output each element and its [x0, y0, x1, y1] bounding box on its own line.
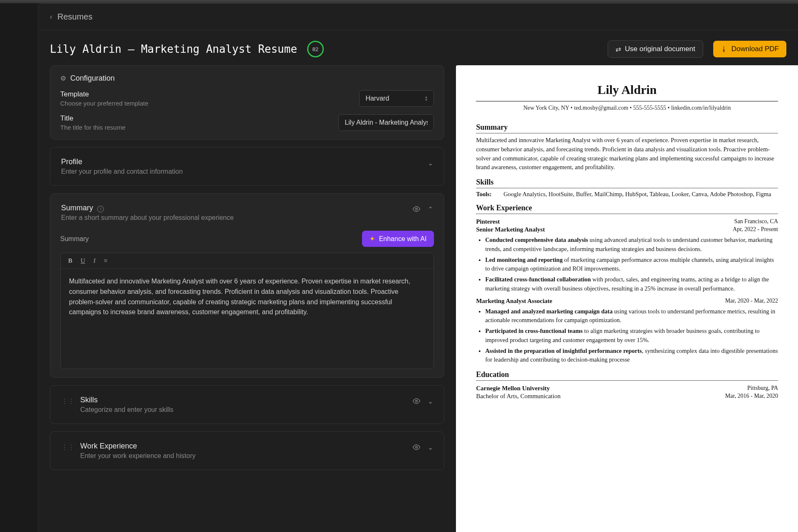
job1-dates: Apr, 2022 - Present: [733, 226, 778, 233]
download-pdf-label: Download PDF: [732, 45, 779, 53]
template-select[interactable]: Harvard ▲▼: [359, 90, 434, 107]
summary-desc: Enter a short summary about your profess…: [61, 214, 413, 222]
job1-b3-lead: Facilitated cross-functional collaborati…: [485, 276, 591, 283]
select-chevrons-icon: ▲▼: [424, 96, 428, 101]
edu-degree: Bachelor of Arts, Communication: [476, 393, 560, 400]
underline-button[interactable]: U: [81, 257, 85, 264]
score-value: 82: [313, 46, 318, 52]
chevron-up-icon[interactable]: ⌃: [428, 205, 433, 213]
preview-skills-label: Tools:: [476, 191, 501, 198]
job1-location: San Francisco, CA: [734, 218, 778, 225]
skills-title: Skills: [80, 396, 413, 404]
breadcrumb: ‹ Resumes: [38, 4, 798, 30]
left-sidebar: [0, 3, 38, 532]
template-label: Template: [60, 90, 351, 99]
title-desc: The title for this resume: [60, 124, 330, 131]
eye-icon[interactable]: [413, 397, 420, 405]
drag-handle-icon[interactable]: ⋮⋮: [61, 442, 74, 451]
summary-panel: Summary i Enter a short summary about yo…: [50, 193, 444, 378]
template-value: Harvard: [365, 95, 389, 102]
job2-b1-lead: Managed and analyzed marketing campaign …: [485, 308, 613, 315]
work-experience-panel[interactable]: ⋮⋮ Work Experience Enter your work exper…: [50, 431, 444, 470]
editor-column: ⚙ Configuration Template Choose your pre…: [38, 65, 456, 532]
job2-b3-lead: Assisted in the preparation of insightfu…: [485, 347, 642, 354]
configuration-panel: ⚙ Configuration Template Choose your pre…: [50, 65, 444, 140]
summary-editor: B U I ≡ Multifaceted and innovative Mark…: [60, 253, 434, 369]
download-pdf-button[interactable]: ⭳ Download PDF: [713, 41, 786, 57]
use-original-document-label: Use original document: [625, 45, 695, 53]
download-icon: ⭳: [721, 45, 727, 53]
job2-role: Marketing Analyst Associate: [476, 298, 552, 305]
sparkle-icon: ✦: [369, 235, 375, 243]
skills-panel[interactable]: ⋮⋮ Skills Categorize and enter your skil…: [50, 385, 444, 424]
chevron-down-icon[interactable]: ⌄: [428, 397, 433, 405]
summary-title: Summary: [61, 204, 93, 212]
summary-textarea[interactable]: Multifaceted and innovative Marketing An…: [61, 269, 433, 369]
job1-bullets: Conducted comprehensive data analysis us…: [485, 236, 778, 293]
preview-education-heading: Education: [476, 370, 778, 381]
enhance-label: Enhance with AI: [379, 235, 427, 243]
rte-toolbar: B U I ≡: [61, 253, 433, 269]
job1-b1-lead: Conducted comprehensive data analysis: [485, 236, 588, 243]
page-title: Lily Aldrin — Marketing Analyst Resume: [50, 43, 297, 55]
gear-icon: ⚙: [60, 74, 66, 82]
job2-bullets: Managed and analyzed marketing campaign …: [485, 307, 778, 365]
job2-dates: Mar, 2020 - Mar, 2022: [725, 298, 778, 305]
edu-school: Carnegie Mellon University: [476, 385, 549, 392]
italic-button[interactable]: I: [94, 257, 96, 264]
preview-skills-list: Google Analytics, HootSuite, Buffer, Mai…: [501, 191, 778, 198]
eye-icon[interactable]: [413, 443, 420, 451]
swap-icon: ⇄: [616, 45, 621, 53]
work-title: Work Experience: [80, 442, 413, 451]
preview-work-heading: Work Experience: [476, 204, 778, 214]
profile-title: Profile: [61, 158, 428, 166]
job1-b2-lead: Led monitoring and reporting: [485, 256, 562, 263]
svg-point-0: [416, 208, 418, 210]
bold-button[interactable]: B: [68, 257, 72, 264]
enhance-with-ai-button[interactable]: ✦ Enhance with AI: [362, 231, 434, 247]
work-desc: Enter your work experience and history: [80, 452, 413, 460]
chevron-down-icon[interactable]: ⌄: [428, 443, 433, 451]
preview-summary-heading: Summary: [476, 123, 778, 133]
skills-desc: Categorize and enter your skills: [80, 406, 413, 414]
window-chrome: [0, 0, 798, 3]
profile-desc: Enter your profile and contact informati…: [61, 168, 428, 175]
preview-summary-text: Multifaceted and innovative Marketing An…: [476, 136, 778, 172]
chevron-down-icon[interactable]: ⌄: [428, 159, 433, 167]
job1-company: Pinterest: [476, 218, 500, 225]
breadcrumb-label[interactable]: Resumes: [57, 12, 92, 22]
info-icon[interactable]: i: [97, 206, 104, 212]
preview-contact-line: New York City, NY • ted.mosby@gmail.com …: [476, 101, 778, 117]
score-ring[interactable]: 82: [307, 41, 324, 57]
svg-point-1: [416, 400, 418, 402]
template-desc: Choose your preferred template: [60, 100, 351, 107]
job2-b2-lead: Participated in cross-functional teams: [485, 328, 583, 334]
use-original-document-button[interactable]: ⇄ Use original document: [608, 40, 703, 58]
edu-location: Pittsburg, PA: [747, 385, 778, 392]
preview-skills-heading: Skills: [476, 178, 778, 188]
title-label: Title: [60, 114, 330, 123]
svg-point-2: [416, 446, 418, 448]
edu-dates: Mar, 2016 - Mar, 2020: [725, 393, 778, 400]
drag-handle-icon[interactable]: ⋮⋮: [61, 396, 74, 405]
summary-field-label: Summary: [60, 235, 362, 243]
job1-role: Senior Marketing Analyst: [476, 226, 545, 233]
title-input[interactable]: [338, 114, 434, 131]
eye-icon[interactable]: [413, 205, 420, 213]
resume-preview: Lily Aldrin New York City, NY • ted.mosb…: [456, 65, 798, 532]
profile-panel[interactable]: Profile Enter your profile and contact i…: [50, 147, 444, 186]
preview-name: Lily Aldrin: [476, 83, 778, 97]
list-button[interactable]: ≡: [104, 257, 107, 264]
configuration-title: Configuration: [70, 74, 115, 83]
breadcrumb-back-icon[interactable]: ‹: [50, 12, 52, 21]
